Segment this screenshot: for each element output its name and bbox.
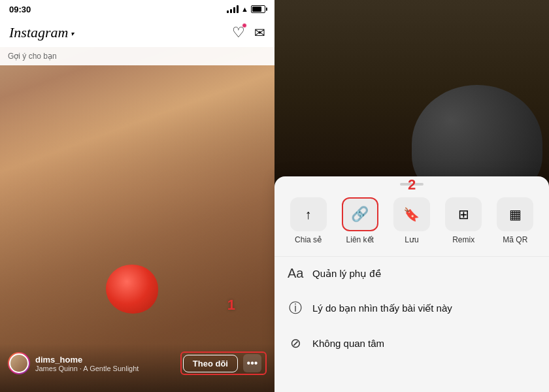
action-lien-ket[interactable]: 🔗 Liên kết xyxy=(341,196,380,246)
link-label: Liên kết xyxy=(346,235,374,244)
avatar-image xyxy=(9,353,29,373)
story-suggestion-text: Gợi ý cho bạn xyxy=(8,52,57,61)
qr-icon: ▦ xyxy=(509,206,522,222)
menu-text-khong-quan-tam: Không quan tâm xyxy=(312,338,384,349)
subtitle-icon: Aa xyxy=(288,266,303,281)
nav-icons: ♡ ✉ xyxy=(232,24,265,41)
qr-label: Mã QR xyxy=(503,235,527,244)
pot-shape xyxy=(412,85,542,189)
status-icons: ▲ xyxy=(227,5,265,13)
reel-header: dims_home James Quinn · A Gentle Sunligh… xyxy=(8,351,267,375)
remix-icon-box: ⊞ xyxy=(445,197,482,231)
menu-item-khong-quan-tam[interactable]: ⊘ Không quan tâm xyxy=(274,326,549,360)
save-label: Lưu xyxy=(405,235,418,244)
step-label-2: 2 xyxy=(408,176,416,193)
messenger-button[interactable]: ✉ xyxy=(254,25,265,41)
reel-info-overlay: dims_home James Quinn · A Gentle Sunligh… xyxy=(0,344,274,392)
right-panel: 2 ↑ Chia sẻ 🔗 Liên kết 🔖 Lưu xyxy=(274,0,549,392)
save-icon: 🔖 xyxy=(403,206,420,222)
share-label: Chia sẻ xyxy=(295,235,322,244)
menu-item-ly-do[interactable]: ⓘ Lý do bạn nhìn thấy bài viết này xyxy=(274,290,549,326)
signal-icon xyxy=(227,5,239,13)
menu-item-quan-ly-phu-de[interactable]: Aa Quản lý phụ đề xyxy=(274,257,549,290)
app-name: Instagram xyxy=(9,24,68,41)
story-suggestion-bar: Gợi ý cho bạn xyxy=(0,47,274,65)
step-label-1: 1 xyxy=(227,297,235,314)
qr-icon-box: ▦ xyxy=(497,197,533,231)
remix-icon: ⊞ xyxy=(458,206,469,222)
action-luu[interactable]: 🔖 Lưu xyxy=(392,196,431,246)
remix-label: Remix xyxy=(452,235,474,244)
battery-icon xyxy=(251,5,265,13)
status-time: 09:30 xyxy=(9,5,31,14)
save-icon-box: 🔖 xyxy=(393,197,430,231)
chevron-down-icon[interactable]: ▾ xyxy=(71,30,74,37)
action-row: ↑ Chia sẻ 🔗 Liên kết 🔖 Lưu ⊞ xyxy=(274,191,549,257)
share-icon-box: ↑ xyxy=(290,197,327,231)
tomato xyxy=(106,265,158,314)
notification-badge xyxy=(242,23,247,28)
reel-user-info: dims_home James Quinn · A Gentle Sunligh… xyxy=(35,355,175,372)
not-interested-icon: ⊘ xyxy=(288,335,303,351)
more-options-button[interactable]: ••• xyxy=(243,354,261,372)
song-info: James Quinn · A Gentle Sunlight xyxy=(35,365,175,372)
wifi-icon: ▲ xyxy=(241,5,248,13)
action-remix[interactable]: ⊞ Remix xyxy=(444,196,483,246)
avatar[interactable] xyxy=(8,352,30,374)
cooking-background xyxy=(274,0,549,189)
menu-text-quan-ly-phu-de: Quản lý phụ đề xyxy=(312,268,381,280)
info-icon: ⓘ xyxy=(288,299,303,317)
action-ma-qr[interactable]: ▦ Mã QR xyxy=(495,196,535,246)
bottom-sheet: ↑ Chia sẻ 🔗 Liên kết 🔖 Lưu ⊞ xyxy=(274,176,549,392)
menu-text-ly-do: Lý do bạn nhìn thấy bài viết này xyxy=(312,302,452,314)
top-nav: Instagram ▾ ♡ ✉ xyxy=(0,18,274,47)
link-icon: 🔗 xyxy=(351,206,369,223)
share-icon: ↑ xyxy=(305,207,312,222)
follow-area: Theo dõi ••• xyxy=(180,351,267,375)
status-bar: 09:30 ▲ xyxy=(0,0,274,18)
follow-button[interactable]: Theo dõi xyxy=(183,355,238,372)
link-icon-box: 🔗 xyxy=(342,197,378,231)
app-logo: Instagram ▾ xyxy=(9,24,74,41)
username[interactable]: dims_home xyxy=(35,355,175,365)
action-chia-se[interactable]: ↑ Chia sẻ xyxy=(289,196,328,246)
notifications-button[interactable]: ♡ xyxy=(232,24,245,41)
left-panel: 09:30 ▲ Instagram ▾ ♡ ✉ Gợi ý cho bạn xyxy=(0,0,274,392)
